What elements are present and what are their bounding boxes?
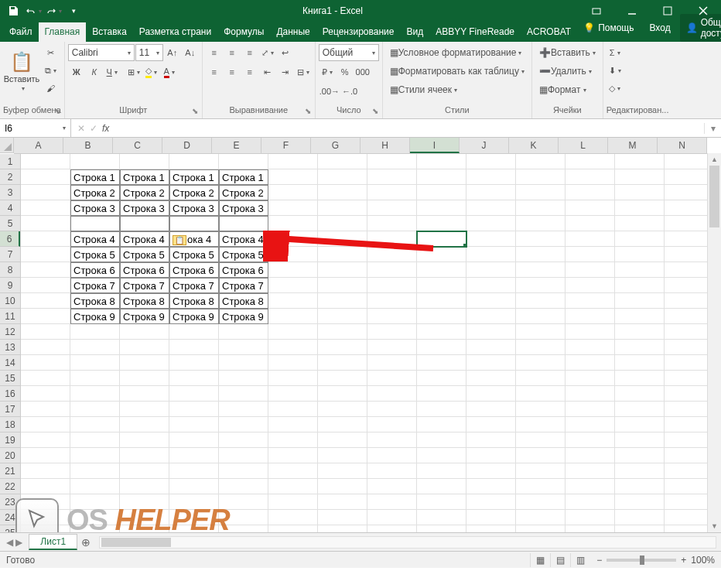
clear-icon[interactable]: ◇▾ — [607, 80, 624, 97]
cell[interactable] — [120, 479, 169, 494]
cell[interactable] — [615, 200, 665, 216]
cell[interactable] — [417, 278, 466, 293]
cell[interactable] — [566, 402, 615, 417]
cell[interactable] — [417, 309, 466, 324]
orientation-icon[interactable]: ⤢▾ — [259, 44, 276, 61]
cell[interactable]: Строка 7 — [120, 278, 169, 293]
cell[interactable] — [615, 402, 665, 417]
cell[interactable] — [268, 386, 318, 402]
cell[interactable] — [516, 154, 566, 169]
increase-decimal-icon[interactable]: .00→ — [319, 83, 340, 100]
cell[interactable] — [466, 309, 516, 324]
bold-button[interactable]: Ж — [68, 63, 85, 80]
cell[interactable] — [466, 402, 516, 417]
cell[interactable] — [615, 340, 665, 355]
cell[interactable] — [615, 324, 665, 340]
tab-view[interactable]: Вид — [400, 22, 429, 42]
cell[interactable] — [466, 494, 516, 510]
cell[interactable] — [566, 340, 615, 355]
row-header[interactable]: 8 — [0, 262, 20, 278]
cell[interactable] — [367, 463, 417, 479]
scroll-up-icon[interactable]: ▲ — [708, 153, 721, 166]
cell[interactable] — [268, 525, 318, 532]
cell[interactable] — [516, 510, 566, 525]
cell[interactable] — [516, 200, 566, 216]
row-header[interactable]: 20 — [0, 448, 20, 463]
cell[interactable]: Строка 5 — [219, 247, 268, 262]
cell[interactable] — [566, 278, 615, 293]
cell[interactable] — [516, 247, 566, 262]
cell[interactable] — [169, 417, 219, 432]
cell[interactable] — [367, 278, 417, 293]
cell[interactable] — [120, 494, 169, 510]
cell[interactable] — [417, 340, 466, 355]
cell[interactable] — [566, 324, 615, 340]
cell[interactable] — [516, 402, 566, 417]
cell[interactable] — [169, 386, 219, 402]
vscroll-thumb[interactable] — [709, 166, 719, 227]
cell[interactable] — [268, 340, 318, 355]
cell[interactable] — [615, 510, 665, 525]
cell[interactable] — [466, 293, 516, 309]
cell[interactable] — [219, 494, 268, 510]
normal-view-icon[interactable]: ▦ — [530, 553, 550, 567]
cell[interactable] — [367, 324, 417, 340]
clipboard-launcher-icon[interactable]: ⬊ — [52, 105, 63, 116]
increase-font-icon[interactable]: A↑ — [164, 44, 181, 61]
tab-abbyy[interactable]: ABBYY FineReade — [429, 22, 521, 42]
cell[interactable] — [417, 355, 466, 371]
hscroll-thumb[interactable] — [101, 538, 171, 547]
column-header[interactable]: C — [113, 138, 162, 153]
tab-layout[interactable]: Разметка страни — [133, 22, 217, 42]
cell[interactable] — [219, 402, 268, 417]
cell[interactable] — [615, 309, 665, 324]
cell[interactable] — [466, 262, 516, 278]
cell[interactable] — [21, 432, 70, 448]
cell[interactable] — [219, 525, 268, 532]
cell[interactable]: Строка 1 — [219, 169, 268, 185]
column-header[interactable]: J — [460, 138, 509, 153]
delete-cells-button[interactable]: ➖ Удалить▾ — [535, 63, 596, 80]
cell[interactable] — [268, 169, 318, 185]
cell[interactable] — [665, 386, 707, 402]
cell[interactable] — [466, 463, 516, 479]
column-header[interactable]: A — [14, 138, 63, 153]
cell[interactable] — [615, 154, 665, 169]
cell[interactable] — [169, 479, 219, 494]
row-header[interactable]: 13 — [0, 340, 20, 355]
cell[interactable] — [615, 463, 665, 479]
cell[interactable] — [268, 154, 318, 169]
cell[interactable] — [466, 324, 516, 340]
undo-icon[interactable]: ▾ — [25, 2, 42, 19]
cell[interactable] — [219, 371, 268, 386]
align-middle-icon[interactable]: ≡ — [224, 44, 241, 61]
cell[interactable] — [268, 324, 318, 340]
cell[interactable] — [615, 479, 665, 494]
cell[interactable] — [21, 309, 70, 324]
cell[interactable] — [70, 494, 120, 510]
column-header[interactable]: M — [608, 138, 658, 153]
cell[interactable] — [566, 479, 615, 494]
cell[interactable] — [367, 402, 417, 417]
row-header[interactable]: 5 — [0, 216, 20, 231]
cell[interactable]: Строка 7 — [70, 278, 120, 293]
cell[interactable] — [70, 417, 120, 432]
cell[interactable] — [318, 448, 367, 463]
cell[interactable]: Строка 5 — [169, 247, 219, 262]
cell[interactable] — [120, 386, 169, 402]
cell[interactable] — [665, 494, 707, 510]
cell[interactable] — [120, 371, 169, 386]
cell[interactable] — [21, 247, 70, 262]
cell[interactable] — [21, 340, 70, 355]
cell[interactable] — [367, 169, 417, 185]
font-launcher-icon[interactable]: ⬊ — [190, 105, 200, 116]
zoom-handle[interactable] — [640, 556, 644, 565]
cell[interactable] — [70, 216, 120, 231]
cell[interactable] — [516, 386, 566, 402]
number-format-select[interactable]: Общий▾ — [319, 44, 379, 61]
cell[interactable] — [566, 293, 615, 309]
cell[interactable] — [268, 479, 318, 494]
decrease-font-icon[interactable]: A↓ — [182, 44, 199, 61]
add-sheet-icon[interactable]: ⊕ — [77, 536, 94, 549]
cell[interactable] — [566, 154, 615, 169]
